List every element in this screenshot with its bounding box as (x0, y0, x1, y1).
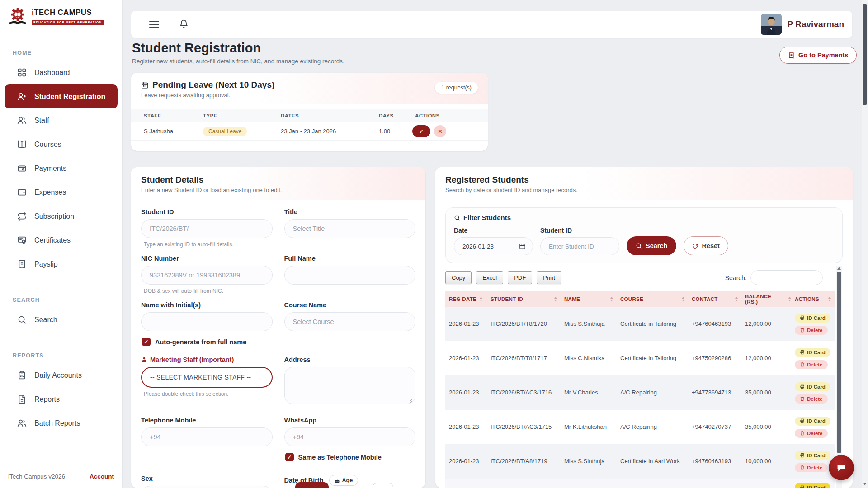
column-header-student-id[interactable]: STUDENT ID (487, 296, 561, 302)
chat-widget-button[interactable] (829, 455, 854, 480)
pdf-button[interactable]: PDF (508, 271, 532, 284)
filter-date-label: Date (454, 227, 533, 234)
notifications-bell-icon[interactable] (179, 19, 189, 30)
calendar-icon[interactable] (519, 243, 526, 249)
sidebar-item-reports[interactable]: Reports (5, 387, 118, 411)
nic-input[interactable] (141, 266, 273, 285)
scroll-up-icon[interactable] (837, 267, 841, 270)
print-button[interactable]: Print (537, 271, 561, 284)
go-to-payments-button[interactable]: Go to Payments (779, 47, 857, 64)
id-card-button[interactable]: ID Card (795, 451, 830, 460)
reject-leave-button[interactable]: ✕ (434, 125, 446, 137)
student-id-cell: ITC/2026/BT/AC3/1716 (487, 389, 561, 397)
sidebar-item-label: Student Registration (34, 93, 105, 101)
approve-leave-button[interactable]: ✓ (412, 125, 430, 137)
checkbox-checked-icon[interactable]: ✓ (142, 338, 151, 346)
account-link[interactable]: Account (90, 473, 114, 480)
course-select[interactable]: Select Course (284, 312, 416, 331)
users-icon (17, 418, 27, 428)
name-initials-input[interactable] (141, 312, 273, 331)
delete-button[interactable]: Delete (795, 360, 828, 369)
column-header-actions: ACTIONS (412, 113, 488, 118)
scroll-down-icon[interactable] (863, 483, 867, 485)
sidebar-item-batch-reports[interactable]: Batch Reports (5, 411, 118, 435)
same-as-telephone-checkbox-row[interactable]: ✓ Same as Telephone Mobile (285, 453, 416, 461)
student-id-cell: ITC/2026/BT/A8/1719 (487, 457, 561, 465)
id-card-button[interactable]: ID Card (795, 314, 830, 323)
sidebar-item-courses[interactable]: Courses (5, 132, 118, 156)
title-label: Title (284, 208, 416, 216)
delete-button[interactable]: Delete (795, 429, 828, 438)
student-image-secondary-button[interactable] (373, 483, 393, 488)
sidebar-item-search[interactable]: Search (5, 308, 118, 332)
student-id-cell: ITC/2026/BT/T8/1720 (487, 320, 561, 328)
column-header-contact[interactable]: CONTACT (688, 296, 741, 302)
search-button[interactable]: Search (627, 236, 676, 255)
delete-button[interactable]: Delete (795, 326, 828, 335)
filter-student-id-input[interactable] (540, 237, 619, 255)
printer-icon (800, 418, 805, 423)
user-name[interactable]: P Ravivarman (788, 19, 844, 29)
checkbox-checked-icon[interactable]: ✓ (285, 453, 294, 461)
sidebar-section-home: HOME (0, 50, 122, 56)
sidebar-item-staff[interactable]: Staff (5, 108, 118, 132)
column-header-balance[interactable]: BALANCE (RS.) (741, 294, 791, 305)
user-avatar[interactable] (761, 14, 782, 35)
address-textarea[interactable] (284, 367, 416, 404)
reset-button[interactable]: Reset (684, 236, 728, 255)
sidebar-item-student-registration[interactable]: Student Registration (5, 84, 118, 108)
sidebar-item-certificates[interactable]: Certificates (5, 228, 118, 252)
age-button[interactable]: Age (329, 475, 359, 486)
menu-toggle-icon[interactable] (149, 21, 159, 28)
name-cell: Mr V.Charles (561, 389, 617, 397)
delete-button[interactable]: Delete (795, 463, 828, 472)
reg-date-cell: 2026-01-23 (445, 389, 487, 397)
column-header-reg-date[interactable]: REG DATE (445, 296, 487, 302)
id-card-button[interactable]: ID Card (795, 348, 830, 357)
student-id-input[interactable] (141, 219, 273, 238)
reg-date-cell: 2026-01-23 (445, 354, 487, 362)
sidebar-item-daily-accounts[interactable]: Daily Accounts (5, 363, 118, 387)
table-header-row: REG DATE STUDENT ID NAME COURSE CONTACT … (445, 291, 835, 307)
trash-icon (800, 465, 805, 470)
brand-name: iTECH CAMPUS (32, 8, 104, 17)
column-header-course[interactable]: COURSE (617, 296, 688, 302)
whatsapp-input[interactable] (284, 427, 416, 446)
sidebar-item-subscription[interactable]: Subscription (5, 204, 118, 228)
contact-cell: +94740270737 (688, 423, 741, 431)
id-card-button[interactable]: ID Card (795, 417, 830, 426)
delete-button[interactable]: Delete (795, 394, 828, 404)
column-header-actions[interactable]: ACTIONS (791, 296, 835, 302)
full-name-input[interactable] (284, 266, 416, 285)
page-scrollbar[interactable] (862, 0, 868, 488)
excel-button[interactable]: Excel (476, 271, 503, 284)
sex-select[interactable]: Select Sex (141, 486, 273, 488)
check-icon: ✓ (419, 128, 424, 135)
column-header-name[interactable]: NAME (561, 296, 617, 302)
pending-leave-subtitle: Leave requests awaiting approval. (141, 92, 478, 99)
id-card-button[interactable]: ID Card (795, 382, 830, 391)
sort-icon (554, 297, 557, 301)
course-cell: A/C Repairing (617, 423, 688, 431)
id-card-button[interactable]: ID Card (795, 483, 830, 488)
table-scrollbar-thumb[interactable] (837, 272, 841, 453)
table-search-input[interactable] (750, 270, 823, 285)
contact-cell: +94750290286 (688, 354, 741, 362)
telephone-input[interactable] (141, 427, 273, 446)
page-scrollbar-thumb[interactable] (863, 4, 867, 105)
auto-generate-checkbox-row[interactable]: ✓ Auto-generate from full name (142, 338, 273, 346)
cake-icon (335, 478, 340, 483)
registered-students-card: Registered Students Search by date or st… (435, 167, 853, 488)
sort-icon (610, 297, 613, 301)
sidebar-item-payslip[interactable]: Payslip (5, 252, 118, 276)
resize-handle-icon[interactable] (408, 399, 412, 403)
student-image-action-button[interactable] (295, 482, 329, 488)
copy-button[interactable]: Copy (445, 271, 472, 284)
search-icon (17, 315, 27, 324)
marketing-staff-select[interactable]: -- SELECT MARKETING STAFF -- (141, 367, 273, 388)
sidebar-item-expenses[interactable]: Expenses (5, 180, 118, 204)
sidebar-item-dashboard[interactable]: Dashboard (5, 61, 118, 84)
title-select[interactable]: Select Title (284, 219, 416, 238)
sidebar-item-payments[interactable]: Payments (5, 156, 118, 180)
file-text-icon (17, 394, 27, 404)
